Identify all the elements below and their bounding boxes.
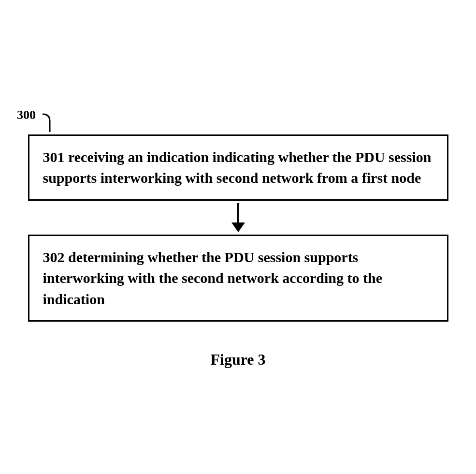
arrow-1 — [231, 201, 245, 235]
bracket-svg: 300 — [16, 105, 55, 134]
figure-number-area: 300 — [16, 105, 55, 136]
figure-number-text: 300 — [17, 108, 36, 122]
box2-text: 302 determining whether the PDU session … — [43, 249, 382, 307]
box1-text: 301 receiving an indication indicating w… — [43, 149, 432, 186]
figure-caption: Figure 3 — [210, 351, 265, 369]
flow-box-2: 302 determining whether the PDU session … — [28, 235, 448, 322]
arrow-head-1 — [231, 222, 245, 232]
bracket-line — [43, 114, 50, 132]
flow-box-1: 301 receiving an indication indicating w… — [28, 134, 448, 201]
arrow-line-1 — [237, 203, 239, 222]
diagram-container: 300 301 receiving an indication indicati… — [16, 105, 461, 369]
